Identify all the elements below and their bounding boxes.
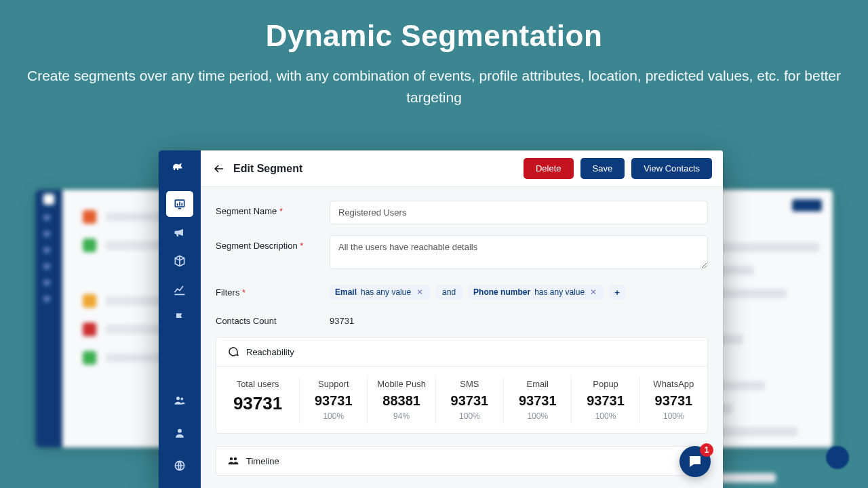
reach-total: Total users93731 (216, 376, 300, 424)
page-title: Edit Segment (233, 163, 524, 175)
topbar: Edit Segment Delete Save View Contacts (201, 150, 723, 187)
filter-row: Email has any value ✕ and Phone number h… (330, 282, 708, 300)
reach-channel-whatsapp: WhatsApp93731100% (640, 376, 707, 424)
sidebar-item-automation[interactable] (166, 305, 193, 331)
svg-rect-4 (179, 202, 180, 206)
add-filter-button[interactable]: + (609, 285, 625, 300)
analytics-icon (173, 283, 186, 296)
segment-desc-label: Segment Description * (216, 235, 330, 271)
svg-point-7 (180, 398, 183, 401)
reach-channel-support: Support93731100% (300, 376, 368, 424)
logo-icon (170, 160, 189, 179)
svg-rect-0 (174, 167, 175, 170)
megaphone-icon (173, 226, 186, 239)
people-icon (227, 455, 239, 467)
app-window: Edit Segment Delete Save View Contacts S… (159, 150, 723, 488)
sidebar-item-campaigns[interactable] (166, 220, 193, 245)
filter-operator-and[interactable]: and (435, 285, 462, 300)
svg-rect-3 (177, 203, 178, 205)
main-panel: Edit Segment Delete Save View Contacts S… (201, 150, 723, 488)
flag-icon (173, 311, 186, 325)
timeline-card: Timeline (216, 446, 708, 476)
view-contacts-button[interactable]: View Contacts (631, 158, 712, 179)
reach-channel-email: Email93731100% (504, 376, 572, 424)
hero-subtitle: Create segments over any time period, wi… (0, 65, 868, 108)
reach-total-value: 93731 (219, 393, 296, 414)
sidebar-item-segments[interactable] (166, 248, 193, 274)
sidebar-item-profile[interactable] (166, 420, 193, 446)
chat-badge: 1 (700, 443, 713, 457)
remove-filter-icon[interactable]: ✕ (415, 287, 425, 297)
sidebar-item-globe[interactable] (166, 453, 193, 479)
sidebar-item-analytics[interactable] (166, 277, 193, 302)
content: Segment Name * Segment Description * Fil… (201, 187, 723, 476)
contacts-count-label: Contacts Count (216, 310, 330, 326)
filter-chip-email[interactable]: Email has any value ✕ (330, 285, 430, 300)
svg-point-11 (234, 458, 237, 461)
contacts-count-value: 93731 (330, 310, 708, 326)
filter-chip-phone[interactable]: Phone number has any value ✕ (468, 285, 604, 300)
svg-point-10 (230, 458, 233, 461)
timeline-title: Timeline (246, 456, 279, 466)
svg-rect-5 (182, 203, 183, 205)
reachability-card: Reachability Total users93731Support9373… (216, 337, 708, 434)
reach-channel-sms: SMS93731100% (436, 376, 504, 424)
hero: Dynamic Segmentation Create segments ove… (0, 0, 868, 108)
reach-total-label: Total users (219, 379, 296, 389)
arrow-left-icon (212, 162, 226, 176)
user-icon (173, 426, 186, 440)
sidebar-nav (159, 191, 201, 331)
chat-launcher[interactable]: 1 (679, 446, 711, 477)
segment-desc-input[interactable] (330, 235, 708, 269)
bg-chat-icon (826, 446, 849, 469)
reach-channel-mobile-push: Mobile Push8838194% (368, 376, 435, 424)
chat-icon (227, 346, 239, 358)
save-button[interactable]: Save (580, 158, 625, 179)
sidebar (159, 150, 201, 488)
segment-name-label: Segment Name * (216, 201, 330, 224)
remove-filter-icon[interactable]: ✕ (589, 287, 598, 297)
segment-name-input[interactable] (330, 201, 708, 224)
svg-rect-1 (177, 167, 178, 170)
svg-point-6 (176, 396, 180, 400)
box-icon (173, 254, 186, 268)
hero-title: Dynamic Segmentation (0, 19, 868, 53)
sidebar-item-dashboard[interactable] (166, 191, 193, 217)
team-icon (173, 394, 186, 407)
back-button[interactable] (212, 161, 226, 176)
filters-label: Filters * (216, 282, 330, 300)
sidebar-item-team[interactable] (166, 388, 193, 413)
svg-point-8 (178, 429, 182, 433)
globe-icon (173, 459, 186, 472)
reach-channel-popup: Popup93731100% (572, 376, 639, 424)
reachability-title: Reachability (246, 347, 294, 357)
dashboard-icon (173, 197, 186, 211)
delete-button[interactable]: Delete (524, 158, 574, 179)
chat-bubble-icon (687, 453, 703, 470)
